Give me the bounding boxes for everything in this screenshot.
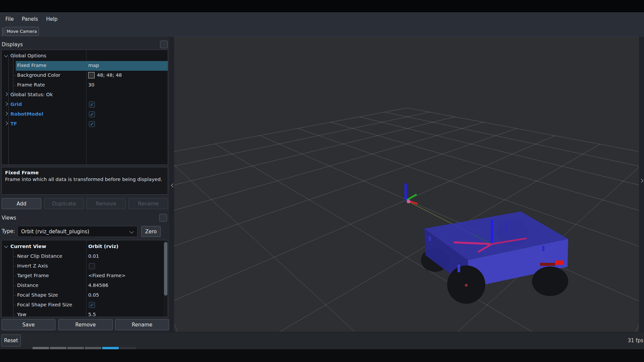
robot-z-axis-3 bbox=[429, 236, 431, 241]
tf-enabled-checkbox[interactable] bbox=[89, 121, 95, 127]
tree-row-focal-shape-fixed[interactable]: Focal Shape Fixed Size bbox=[2, 300, 168, 310]
tree-row-global-options[interactable]: Global Options bbox=[2, 51, 168, 61]
description-title: Fixed Frame bbox=[5, 170, 164, 175]
desktop-top-strip bbox=[0, 0, 644, 12]
tree-row-grid[interactable]: Grid bbox=[2, 100, 168, 110]
zero-button[interactable]: Zero bbox=[141, 226, 161, 237]
taskbar-indicators bbox=[0, 347, 644, 349]
move-camera-tool-button[interactable]: Move Camera bbox=[5, 27, 39, 36]
tree-row-background-color[interactable]: Background Color 48; 48; 48 bbox=[2, 71, 168, 80]
desktop-bottom-strip bbox=[0, 349, 644, 362]
tf-blue-stub bbox=[542, 246, 544, 251]
taskbar-indicator[interactable] bbox=[50, 347, 66, 349]
tree-row-current-view[interactable]: Current View Orbit (rviz) bbox=[2, 242, 168, 252]
tree-row-distance[interactable]: Distance 4.84586 bbox=[2, 281, 168, 291]
expand-right-panel-icon[interactable] bbox=[640, 179, 643, 183]
chevron-down-icon bbox=[129, 229, 134, 234]
near-clip-value[interactable]: 0.01 bbox=[88, 253, 99, 259]
chevron-right-icon[interactable] bbox=[4, 121, 8, 125]
tree-row-global-status[interactable]: Global Status: Ok bbox=[2, 90, 168, 100]
distance-value[interactable]: 4.84586 bbox=[88, 283, 108, 288]
focal-shape-fixed-checkbox[interactable] bbox=[89, 302, 95, 308]
description-body: Frame into which all data is transformed… bbox=[5, 177, 164, 182]
tree-row-focal-shape-size[interactable]: Focal Shape Size 0.05 bbox=[2, 291, 168, 300]
robotmodel-enabled-checkbox[interactable] bbox=[89, 111, 95, 117]
tree-row-frame-rate[interactable]: Frame Rate 30 bbox=[2, 80, 168, 90]
z-axis-origin bbox=[405, 183, 407, 200]
robot-z-axis-4 bbox=[458, 264, 460, 272]
tf-red-bar-dark bbox=[540, 263, 555, 266]
rename-view-button[interactable]: Rename bbox=[115, 319, 169, 330]
menu-bar: File Panels Help bbox=[0, 12, 644, 25]
taskbar-indicator[interactable] bbox=[33, 347, 49, 349]
robot-model bbox=[421, 212, 568, 304]
taskbar-indicator[interactable] bbox=[67, 347, 84, 349]
property-description-box: Fixed Frame Frame into which all data is… bbox=[1, 167, 168, 195]
add-display-button[interactable]: Add bbox=[2, 198, 41, 209]
taskbar-indicator[interactable] bbox=[120, 347, 136, 349]
robot-z-axis bbox=[491, 220, 493, 244]
robot-z-axis-2 bbox=[505, 221, 507, 234]
save-view-button[interactable]: Save bbox=[2, 319, 55, 330]
3d-viewport[interactable] bbox=[174, 37, 639, 332]
rename-display-button[interactable]: Rename bbox=[128, 198, 168, 209]
view-type-label: Type: bbox=[2, 228, 15, 234]
tree-row-invert-z[interactable]: Invert Z Axis bbox=[2, 261, 168, 271]
views-property-tree: Current View Orbit (rviz) Near Clip Dist… bbox=[1, 240, 168, 317]
right-panel-collapsed-strip bbox=[639, 37, 644, 332]
tf-red-bar bbox=[555, 260, 563, 265]
yaw-value[interactable]: 5.5 bbox=[88, 312, 96, 317]
views-panel-corner-button[interactable] bbox=[159, 214, 167, 222]
target-frame-value[interactable]: <Fixed Frame> bbox=[88, 273, 126, 278]
taskbar-indicator-active[interactable] bbox=[102, 347, 119, 349]
menu-panels[interactable]: Panels bbox=[18, 13, 42, 25]
3d-scene bbox=[174, 37, 639, 332]
wheel-hub-marker bbox=[465, 284, 468, 287]
tree-row-tf[interactable]: TF bbox=[2, 119, 168, 129]
robot-wheel-front-right bbox=[532, 266, 568, 296]
chevron-right-icon[interactable] bbox=[4, 102, 8, 106]
toolbar bbox=[0, 25, 644, 37]
tree-row-robotmodel[interactable]: RobotModel bbox=[2, 110, 168, 119]
tree-row-near-clip[interactable]: Near Clip Distance 0.01 bbox=[2, 252, 168, 261]
tree-row-target-frame[interactable]: Target Frame <Fixed Frame> bbox=[2, 271, 168, 281]
view-type-dropdown[interactable]: Orbit (rviz_default_plugins) bbox=[17, 226, 138, 237]
tf-axes-origin bbox=[405, 183, 418, 204]
reset-button[interactable]: Reset bbox=[1, 335, 21, 347]
views-scrollbar-thumb[interactable] bbox=[164, 242, 167, 296]
chevron-down-icon[interactable] bbox=[4, 53, 8, 57]
menu-file[interactable]: File bbox=[1, 13, 18, 25]
color-swatch[interactable] bbox=[88, 72, 95, 78]
tree-row-yaw[interactable]: Yaw 5.5 bbox=[2, 310, 168, 317]
invert-z-checkbox[interactable] bbox=[89, 263, 95, 269]
remove-display-button[interactable]: Remove bbox=[86, 198, 126, 209]
duplicate-display-button[interactable]: Duplicate bbox=[44, 198, 84, 209]
displays-property-tree: Global Options Fixed Frame map Backgroun… bbox=[1, 50, 168, 165]
chevron-right-icon[interactable] bbox=[4, 92, 8, 96]
frame-rate-value[interactable]: 30 bbox=[88, 82, 94, 87]
focal-shape-size-value[interactable]: 0.05 bbox=[88, 292, 99, 298]
chevron-right-icon[interactable] bbox=[4, 111, 8, 115]
views-panel-title: Views bbox=[2, 215, 16, 221]
remove-view-button[interactable]: Remove bbox=[58, 319, 113, 330]
ground-grid bbox=[174, 108, 639, 332]
grid-enabled-checkbox[interactable] bbox=[89, 102, 95, 108]
displays-panel-corner-button[interactable] bbox=[160, 41, 168, 48]
displays-panel-title: Displays bbox=[2, 42, 23, 48]
collapse-left-panel-icon[interactable] bbox=[171, 184, 174, 187]
menu-help[interactable]: Help bbox=[42, 13, 61, 25]
fps-counter: 31 fps bbox=[628, 338, 643, 344]
origin-sphere bbox=[407, 200, 411, 203]
y-axis-origin bbox=[407, 194, 417, 200]
toolbar-drag-handle[interactable] bbox=[2, 27, 4, 36]
chevron-down-icon[interactable] bbox=[4, 244, 8, 248]
background-color-value[interactable]: 48; 48; 48 bbox=[97, 72, 122, 78]
taskbar-indicator[interactable] bbox=[85, 347, 101, 349]
fixed-frame-value[interactable]: map bbox=[88, 63, 99, 68]
tree-row-fixed-frame[interactable]: Fixed Frame map bbox=[2, 61, 168, 71]
